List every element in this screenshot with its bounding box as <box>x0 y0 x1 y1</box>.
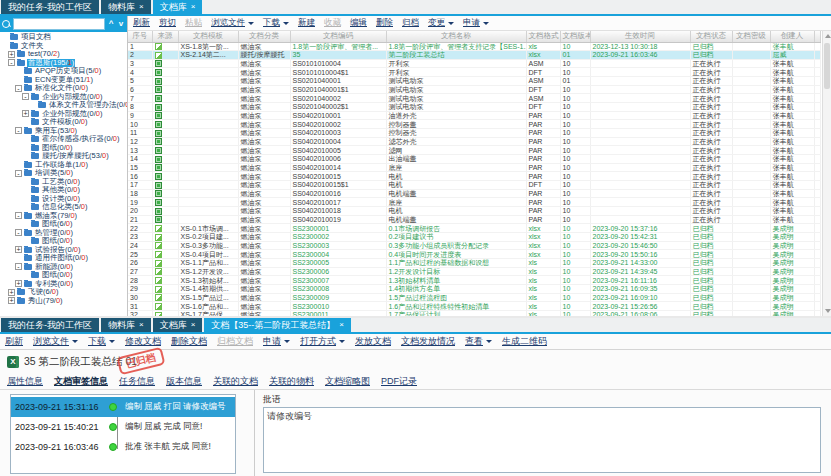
table-row[interactable]: 29XS-1.4初期供...燃油泵SS23000081.4初期供方名单xls10… <box>128 284 821 293</box>
tree-item[interactable]: +秀山(79/0) <box>0 297 127 306</box>
timeline-entry[interactable]: 2023-09-21 15:40:21编制 屈威 完成 同意! <box>11 417 235 437</box>
scroll-up-icon[interactable] <box>825 34 831 38</box>
info-tab[interactable]: 关联的文档 <box>213 375 258 388</box>
tree-item[interactable]: 霍尔传感器/执行器(0/0) <box>0 135 127 144</box>
toolbar-button[interactable]: 浏览文件 <box>33 335 78 348</box>
table-row[interactable]: 24XS-0.3多功能...燃油泵SS23000030.3多功能小组成员职责分配… <box>128 241 821 250</box>
info-tab[interactable]: 关联的物料 <box>269 375 314 388</box>
tab[interactable]: 文档库× <box>153 318 203 332</box>
table-row[interactable]: 1XS-1.8第一阶...燃油泵1.8第一阶段评审、管理者...1.8第一阶段评… <box>128 42 821 51</box>
expander-icon[interactable]: + <box>8 51 15 58</box>
info-tab[interactable]: 文档审签信息 <box>54 375 108 388</box>
expander-icon[interactable]: - <box>22 93 29 100</box>
tree-item[interactable]: 其他类(0/0) <box>0 186 127 195</box>
tree-item[interactable]: -培训类(5/0) <box>0 169 127 178</box>
table-row[interactable]: 3燃油泵SS0101010004开利泵ASM10正在执行张丰航 <box>128 59 821 68</box>
tree-item[interactable]: 体系文件及管理办法(0/0) <box>0 101 127 110</box>
toolbar-button[interactable]: 修改文档 <box>125 335 161 348</box>
column-header[interactable]: 文档版本 <box>560 31 590 42</box>
table-row[interactable]: 5燃油泵SS0201040001测试电动泵ASM01正在执行张丰航 <box>128 77 821 86</box>
table-row[interactable]: 27XS-1.2开发设...燃油泵SS23000061.2开发设计目标xls10… <box>128 267 821 276</box>
table-row[interactable]: 11燃油泵SS0402010003控制器壳PAR10正在执行张丰航 <box>128 129 821 138</box>
table-row[interactable]: 4燃油泵SS0101010004$1开利泵DFT10正在执行张丰航 <box>128 68 821 77</box>
table-row[interactable]: 32XS-1.7产品保...燃油泵SS23000111.7产品保证计划xls10… <box>128 310 821 316</box>
expander-icon[interactable]: + <box>8 297 15 304</box>
expander-icon[interactable]: - <box>15 170 22 177</box>
scroll-down-icon[interactable] <box>825 309 831 313</box>
tree-item[interactable]: 通用件图纸(0/0) <box>0 254 127 263</box>
tree-item[interactable]: -乘用车(53/0) <box>0 127 127 136</box>
toolbar-button[interactable]: 申请 <box>463 17 489 29</box>
expander-icon[interactable]: + <box>15 246 22 253</box>
toolbar-button[interactable]: 刷新 <box>133 17 150 29</box>
table-row[interactable]: 10燃油泵SS0402010002控制器盖PAR10正在执行张丰航 <box>128 120 821 129</box>
tree-item[interactable]: 图纸(6/0) <box>0 220 127 229</box>
tab-close-icon[interactable]: × <box>191 2 196 12</box>
expander-icon[interactable]: - <box>15 263 22 270</box>
toolbar-button[interactable]: 浏览文件 <box>211 17 254 29</box>
expander-icon[interactable]: - <box>15 229 22 236</box>
column-header[interactable]: 来源 <box>152 31 178 42</box>
toolbar-button[interactable]: 打开方式 <box>300 335 345 348</box>
table-row[interactable]: 21燃油泵SS0402010019电机端盖PAR10正在执行张丰航 <box>128 215 821 224</box>
toolbar-button[interactable]: 刷新 <box>5 335 23 348</box>
tree-item[interactable]: 图纸(0/0) <box>0 271 127 280</box>
tab[interactable]: 物料库× <box>101 318 151 332</box>
timeline-entry[interactable]: 2023-09-21 15:31:16编制 屈威 打回 请修改编号 <box>11 397 235 417</box>
tree-item[interactable]: -新能源(0/0) <box>0 263 127 272</box>
tree-item[interactable]: 设计类(0/0) <box>0 195 127 204</box>
tab-close-icon[interactable]: × <box>139 2 144 12</box>
tree-item[interactable]: -标准化文件(0/0) <box>0 84 127 93</box>
table-row[interactable]: 13燃油泵SS0402010005滤网PAR10正在执行张丰航 <box>128 146 821 155</box>
tree-item[interactable]: 工作联络单(1/0) <box>0 161 127 170</box>
toolbar-button[interactable]: 下载 <box>88 335 115 348</box>
table-row[interactable]: 9燃油泵SS0402010001油道外壳PAR10正在执行张丰航 <box>128 111 821 120</box>
table-row[interactable]: 2XS-2.14第二...腰托/按摩腰托35第二阶段工装总结xlsx012023… <box>128 51 821 60</box>
tab[interactable]: 我的任务-我的工作区 <box>1 318 99 332</box>
tree-item[interactable]: 文件夹 <box>0 42 127 51</box>
table-row[interactable]: 15燃油泵SS0402010014底座PAR10正在执行张丰航 <box>128 163 821 172</box>
tree-item[interactable]: 腰托/按摩腰托(53/0) <box>0 152 127 161</box>
tab[interactable]: 物料库× <box>101 0 151 14</box>
table-row[interactable]: 8燃油泵SS0201040002$1测试电动泵DFT10正在执行张丰航 <box>128 103 821 112</box>
tree-item[interactable]: 工艺类(0/0) <box>0 178 127 187</box>
toolbar-button[interactable]: 下载 <box>263 17 289 29</box>
tab[interactable]: 我的任务-我的工作区 <box>1 0 99 14</box>
tab-close-icon[interactable]: × <box>191 320 196 330</box>
tree-item[interactable]: +试验报告(0/0) <box>0 246 127 255</box>
tree-item[interactable]: -热管理(0/0) <box>0 229 127 238</box>
tree-item[interactable]: 图纸(0/0) <box>0 144 127 153</box>
tab[interactable]: 文档【35--第二阶段工装总结】× <box>204 318 351 332</box>
info-tab[interactable]: 版本信息 <box>166 375 202 388</box>
expander-icon[interactable]: + <box>8 289 15 296</box>
tab-close-icon[interactable]: × <box>139 320 144 330</box>
table-row[interactable]: 16燃油泵SS0402010015电机PAR10正在执行张丰航 <box>128 172 821 181</box>
tree-item[interactable]: ECN变更单(51/1) <box>0 76 127 85</box>
column-header[interactable]: 文档分类 <box>238 31 290 42</box>
table-row[interactable]: 23XS-0.2项目建...燃油泵SS23000020.2项目建议书xlsx10… <box>128 232 821 241</box>
toolbar-button[interactable]: 归档 <box>402 17 419 29</box>
scroll-thumb[interactable] <box>824 43 830 89</box>
tree-item[interactable]: +企业外部规范(0/0) <box>0 110 127 119</box>
table-row[interactable]: 25XS-0.4项目时...燃油泵SS23000040.4项目时间开发进度表xl… <box>128 250 821 259</box>
toolbar-button[interactable]: 查看 <box>465 335 492 348</box>
tab-close-icon[interactable]: × <box>339 320 344 330</box>
expander-icon[interactable]: + <box>15 280 22 287</box>
timeline-entry[interactable]: 2023-09-21 16:03:46批准 张丰航 完成 同意! <box>11 437 235 457</box>
expander-icon[interactable]: - <box>8 59 15 66</box>
expander-icon[interactable]: - <box>15 127 22 134</box>
tree-item[interactable]: +专利类(0/0) <box>0 280 127 289</box>
table-row[interactable]: 31XS-1.6产品和...燃油泵SS23000101.6产品和过程特殊特性初始… <box>128 302 821 311</box>
tree-item[interactable]: APQP历史项目(5/0) <box>0 67 127 76</box>
info-tab[interactable]: 文档缩略图 <box>325 375 370 388</box>
tree-item[interactable]: 项目文档 <box>0 33 127 42</box>
tab[interactable]: 文档库× <box>153 0 203 14</box>
column-header[interactable]: 文档编码 <box>290 31 386 42</box>
toolbar-button[interactable]: 申请 <box>263 335 290 348</box>
expander-icon[interactable]: + <box>22 110 29 117</box>
table-scrollbar[interactable] <box>822 31 831 316</box>
column-header[interactable]: 文档模板 <box>178 31 238 42</box>
table-row[interactable]: 20燃油泵SS0402010018电机PAR10正在执行张丰航 <box>128 206 821 215</box>
toolbar-button[interactable]: 变更 <box>428 17 454 29</box>
tree-item[interactable]: -企业内部规范(0/0) <box>0 93 127 102</box>
